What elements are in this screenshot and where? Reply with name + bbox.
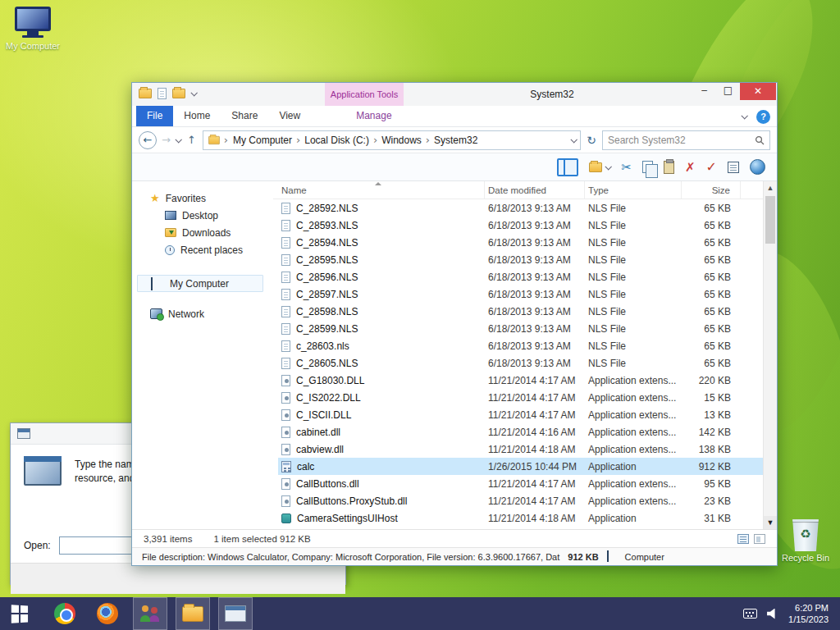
- help-button[interactable]: ?: [756, 110, 770, 124]
- search-input[interactable]: [608, 135, 755, 146]
- scroll-up-arrow-icon[interactable]: ▲: [764, 181, 777, 194]
- file-row[interactable]: C_28596.NLS6/18/2013 9:13 AMNLS File65 K…: [278, 268, 777, 285]
- file-row[interactable]: CameraSettingsUIHost11/21/2014 4:18 AMAp…: [278, 509, 777, 527]
- file-row[interactable]: C_28592.NLS6/18/2013 9:13 AMNLS File65 K…: [278, 199, 777, 217]
- sidebar-item-desktop[interactable]: Desktop: [132, 207, 273, 224]
- sidebar-item-network[interactable]: Network: [132, 305, 273, 322]
- copy-icon[interactable]: [642, 161, 653, 173]
- file-row[interactable]: C_28597.NLS6/18/2013 9:13 AMNLS File65 K…: [278, 285, 777, 303]
- desktop-shortcut-my-computer[interactable]: My Computer: [3, 7, 62, 51]
- address-chevron-down-icon[interactable]: [571, 136, 578, 143]
- file-row[interactable]: C_28598.NLS6/18/2013 9:13 AMNLS File65 K…: [278, 303, 777, 320]
- navigation-pane-icon[interactable]: [557, 158, 578, 176]
- forward-button[interactable]: →: [161, 134, 171, 146]
- search-box[interactable]: [602, 130, 770, 150]
- refresh-icon[interactable]: ↻: [585, 134, 598, 147]
- address-bar[interactable]: › My Computer›Local Disk (C:)›Windows›Sy…: [203, 130, 581, 150]
- select-icon[interactable]: ✓: [706, 159, 717, 175]
- file-row[interactable]: C_28593.NLS6/18/2013 9:13 AMNLS File65 K…: [278, 217, 777, 234]
- file-row[interactable]: CallButtons.dll11/21/2014 4:17 AMApplica…: [278, 475, 777, 492]
- ribbon-collapse-chevron-icon[interactable]: [741, 112, 747, 119]
- delete-icon[interactable]: ✗: [685, 160, 696, 175]
- nls-file-icon: [281, 220, 290, 231]
- new-folder-button[interactable]: [589, 162, 610, 172]
- quick-access-toolbar: [139, 88, 196, 99]
- breadcrumb-segment[interactable]: System32: [432, 135, 479, 146]
- back-button[interactable]: ←: [139, 131, 157, 149]
- status-item-count: 3,391 items: [144, 534, 192, 544]
- recent-locations-chevron-icon[interactable]: [175, 136, 181, 143]
- column-header-size[interactable]: Size: [682, 181, 741, 199]
- network-globe-icon[interactable]: [750, 159, 765, 175]
- titlebar[interactable]: Application Tools System32 – □ ✕: [132, 83, 777, 106]
- sidebar-item-favorites[interactable]: ★ Favorites: [132, 189, 273, 207]
- details-view-icon[interactable]: [737, 534, 749, 544]
- clock-date: 1/15/2023: [788, 614, 829, 625]
- properties-icon[interactable]: [728, 162, 739, 173]
- large-icons-view-icon[interactable]: [754, 534, 765, 544]
- taskbar-item-people-app[interactable]: [133, 597, 167, 630]
- breadcrumb-segment[interactable]: My Computer: [231, 135, 294, 146]
- file-row[interactable]: C_28599.NLS6/18/2013 9:13 AMNLS File65 K…: [278, 320, 777, 337]
- qat-chevron-down-icon[interactable]: [190, 89, 197, 96]
- file-row[interactable]: C_IS2022.DLL11/21/2014 4:17 AMApplicatio…: [278, 389, 777, 406]
- file-row[interactable]: C_28595.NLS6/18/2013 9:13 AMNLS File65 K…: [278, 251, 777, 268]
- file-name: C_G18030.DLL: [296, 375, 364, 386]
- file-size: 142 KB: [682, 427, 741, 438]
- file-row[interactable]: C_28594.NLS6/18/2013 9:13 AMNLS File65 K…: [278, 234, 777, 251]
- tab-file[interactable]: File: [136, 106, 173, 126]
- tab-home[interactable]: Home: [173, 106, 221, 126]
- file-row[interactable]: cabview.dll11/21/2014 4:18 AMApplication…: [278, 441, 777, 458]
- paste-icon[interactable]: [664, 161, 674, 174]
- file-row[interactable]: C_G18030.DLL11/21/2014 4:17 AMApplicatio…: [278, 372, 777, 389]
- new-folder-chevron-icon: [605, 163, 612, 170]
- contextual-tab-application-tools[interactable]: Application Tools: [325, 83, 404, 106]
- sidebar-item-my-computer[interactable]: My Computer: [137, 275, 263, 292]
- minimize-button[interactable]: –: [692, 83, 716, 100]
- volume-icon[interactable]: [767, 609, 778, 619]
- tab-share[interactable]: Share: [221, 106, 268, 126]
- maximize-button[interactable]: □: [716, 83, 740, 100]
- firefox-icon: [97, 603, 118, 624]
- tab-view[interactable]: View: [268, 106, 311, 126]
- file-row[interactable]: cabinet.dll11/21/2014 4:16 AMApplication…: [278, 423, 777, 441]
- file-row[interactable]: C_ISCII.DLL11/21/2014 4:17 AMApplication…: [278, 406, 777, 423]
- file-size: 95 KB: [682, 478, 741, 490]
- file-row[interactable]: C_28605.NLS6/18/2013 9:13 AMNLS File65 K…: [278, 354, 777, 372]
- file-row[interactable]: c_28603.nls6/18/2013 9:13 AMNLS File65 K…: [278, 337, 777, 354]
- breadcrumb-segment[interactable]: Windows: [380, 135, 423, 146]
- column-header-type[interactable]: Type: [585, 181, 682, 199]
- scroll-down-arrow-icon[interactable]: ▼: [764, 516, 777, 529]
- taskbar-clock[interactable]: 6:20 PM 1/15/2023: [788, 602, 832, 625]
- scrollbar-thumb[interactable]: [765, 196, 775, 244]
- tab-manage[interactable]: Manage: [345, 106, 402, 126]
- column-header-date-modified[interactable]: Date modified: [485, 181, 585, 199]
- touch-keyboard-icon[interactable]: [743, 609, 757, 619]
- cut-icon[interactable]: ✂: [621, 160, 632, 175]
- vertical-scrollbar[interactable]: ▲ ▼: [763, 181, 777, 529]
- start-button[interactable]: [0, 597, 39, 630]
- taskbar-item-firefox[interactable]: [90, 597, 125, 630]
- desktop-shortcut-recycle-bin[interactable]: ♻ Recycle Bin: [776, 517, 835, 563]
- file-type: Application extens...: [585, 409, 682, 421]
- qat-new-folder-icon[interactable]: [172, 89, 185, 98]
- taskbar-item-run-app[interactable]: [218, 597, 253, 630]
- sidebar-item-recent-places[interactable]: Recent places: [132, 241, 273, 258]
- taskbar-item-chrome[interactable]: [48, 597, 82, 630]
- breadcrumb-segment[interactable]: Local Disk (C:): [303, 135, 371, 146]
- file-size: 65 KB: [682, 306, 741, 317]
- file-type: NLS File: [585, 254, 682, 266]
- file-row[interactable]: CallButtons.ProxyStub.dll11/21/2014 4:17…: [278, 492, 777, 509]
- file-type: Application extens...: [585, 427, 682, 438]
- qat-properties-icon[interactable]: [158, 88, 167, 99]
- network-icon: [150, 308, 162, 319]
- file-row[interactable]: calc1/26/2015 10:44 PMApplication912 KB: [278, 458, 777, 475]
- file-date-modified: 6/18/2013 9:13 AM: [485, 272, 585, 283]
- close-button[interactable]: ✕: [740, 83, 776, 100]
- taskbar-item-file-explorer[interactable]: [176, 597, 210, 630]
- dll-file-icon: [281, 375, 290, 386]
- up-button[interactable]: ↑: [185, 134, 199, 146]
- qat-folder-icon[interactable]: [139, 89, 152, 98]
- column-header-name[interactable]: Name: [278, 181, 485, 199]
- sidebar-item-downloads[interactable]: Downloads: [132, 224, 273, 241]
